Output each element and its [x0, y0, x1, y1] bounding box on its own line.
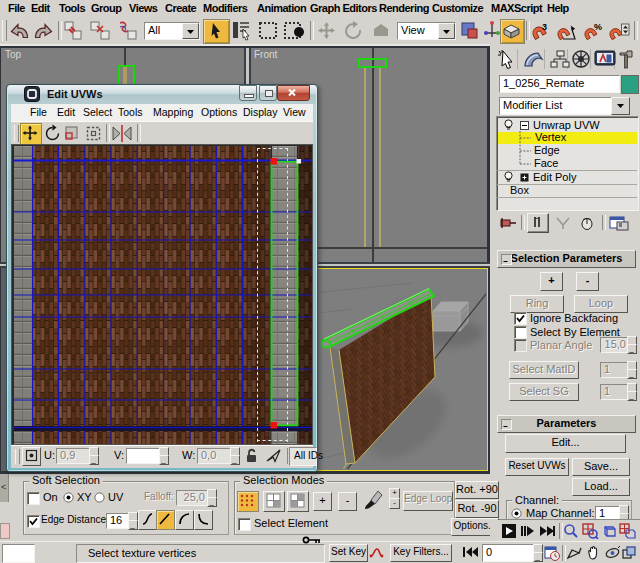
svg-text:3: 3: [542, 22, 547, 32]
svg-text:%: %: [594, 22, 602, 32]
